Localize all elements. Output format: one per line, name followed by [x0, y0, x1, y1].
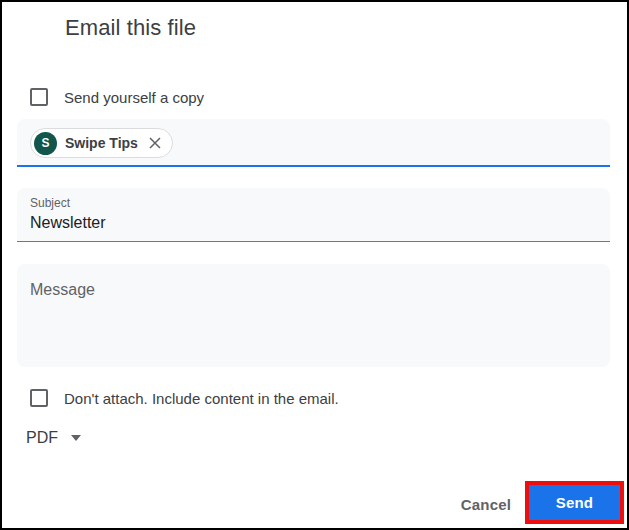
- send-button[interactable]: Send: [529, 485, 620, 520]
- dropdown-arrow-icon: [71, 435, 81, 441]
- send-yourself-copy-row: Send yourself a copy: [30, 88, 204, 106]
- email-this-file-dialog: Email this file Send yourself a copy S S…: [0, 0, 629, 530]
- recipient-name: Swipe Tips: [65, 135, 138, 151]
- dont-attach-row: Don't attach. Include content in the ema…: [30, 389, 339, 407]
- send-yourself-copy-checkbox[interactable]: [30, 88, 48, 106]
- cancel-button[interactable]: Cancel: [454, 488, 518, 520]
- message-input[interactable]: [17, 264, 610, 367]
- recipient-chip[interactable]: S Swipe Tips: [30, 128, 173, 158]
- dont-attach-label: Don't attach. Include content in the ema…: [64, 390, 339, 407]
- dialog-title: Email this file: [65, 15, 196, 41]
- recipients-field[interactable]: S Swipe Tips: [17, 119, 610, 167]
- subject-input[interactable]: [30, 214, 590, 232]
- file-format-dropdown[interactable]: PDF: [26, 429, 81, 447]
- dont-attach-checkbox[interactable]: [30, 389, 48, 407]
- remove-recipient-icon[interactable]: [148, 136, 162, 150]
- subject-field[interactable]: Subject: [17, 188, 610, 242]
- send-yourself-copy-label: Send yourself a copy: [64, 89, 204, 106]
- message-field[interactable]: [17, 264, 610, 367]
- file-format-value: PDF: [26, 429, 58, 447]
- recipient-avatar: S: [34, 132, 57, 155]
- send-button-highlight-annotation: Send: [525, 481, 624, 524]
- subject-label: Subject: [30, 196, 597, 210]
